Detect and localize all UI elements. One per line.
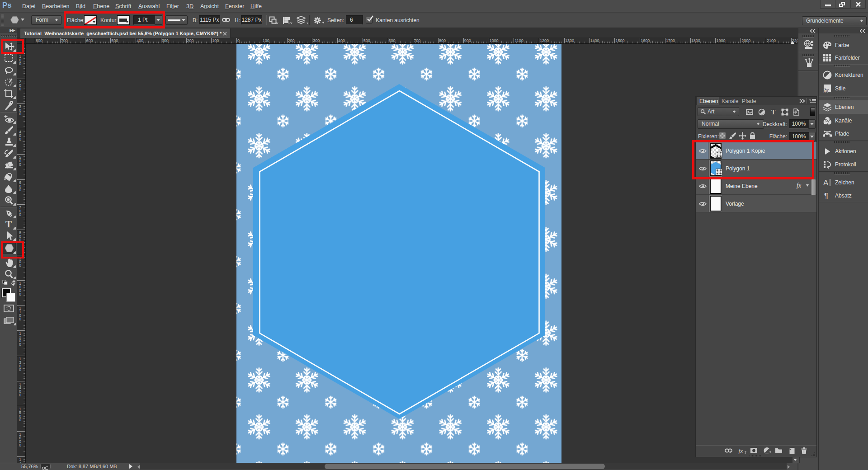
svg-text:T: T [771, 109, 776, 116]
svg-text:¶: ¶ [824, 192, 828, 200]
svg-text:fx: fx [739, 447, 743, 454]
svg-text:fx: fx [823, 87, 829, 93]
svg-text:T: T [5, 219, 12, 229]
svg-text:A: A [823, 179, 829, 187]
